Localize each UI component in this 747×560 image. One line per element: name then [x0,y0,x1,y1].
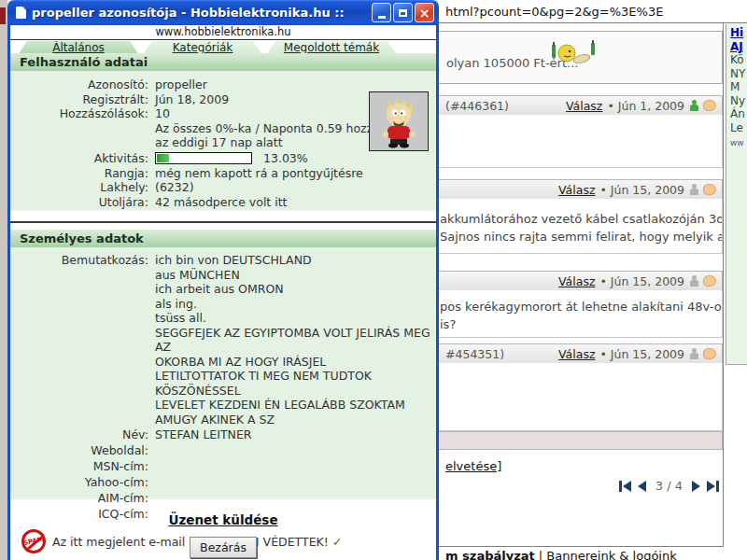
post-header: Válasz • Jún 15, 2009 [411,271,723,291]
post-body: pos kerékagymorort át lehetne alakítani … [411,290,723,338]
field-label: Yahoo-cím: [10,474,148,490]
thumbs-up-icon[interactable] [703,184,716,195]
sidebar-divider [726,364,747,365]
reply-link[interactable]: Válasz [558,183,595,197]
field-label: Regisztrált: [10,92,148,107]
maximize-button[interactable] [393,3,413,22]
sidebar-link[interactable]: AJ [730,40,747,54]
screen: html?pcount=0&pg=2&g=%3E%3E Hi AJ Kö NY … [0,0,747,560]
document-icon [16,7,26,19]
offline-user-icon [689,348,698,360]
field-value: még nem kapott rá a pontgyűjtésre [155,166,363,181]
footer-rules-link[interactable]: m szabályzat [445,549,535,560]
sidebar-nav: Hi AJ Kö NY M Ny Án Le ww [726,24,747,364]
highlight-bar [411,431,723,450]
sidebar-item[interactable]: Ny [730,94,747,108]
drunk-smiley-emoticon [550,39,599,67]
browser-chrome-divider [431,22,747,23]
left-edge-red-fragment [0,7,6,24]
pagination: 3 / 4 [579,479,719,493]
field-value: propeller [155,77,207,92]
post-header: (#446361) Válasz • Jún 1, 2009 [411,95,723,116]
address-bar-fragment: html?pcount=0&pg=2&g=%3E%3E [445,5,663,19]
sidebar-link[interactable]: Hi [730,26,747,40]
window-title: propeller azonosítója - Hobbielektronika… [32,6,345,20]
post-text-line: pos kerékagymorort át lehetne alakítani … [440,298,718,315]
post-header: Válasz • Jún 15, 2009 [411,179,723,200]
titlebar[interactable]: propeller azonosítója - Hobbielektronika… [7,0,439,25]
intro-text: ich bin von DEUTSCHLAND aus MÜNCHEN ich … [155,253,436,427]
prev-page-icon[interactable] [638,481,646,492]
page-footer: m szabályzat | Bannereink & logóink [445,549,677,560]
field-label: Utoljára: [10,195,148,210]
field-label: Hozzászólások: [10,106,148,121]
quote-snippet-box: olyan 105000 Ft-ért... [411,31,723,84]
page-indicator: 3 / 4 [655,479,683,493]
post-text-line: Sajnos nincs rajta semmi felirat, hogy m… [440,228,718,245]
thumbs-up-icon[interactable] [703,275,716,287]
activity-progress-bar [155,152,252,164]
field-label: MSN-cím: [10,458,148,474]
send-message-link[interactable]: Üzenet küldése [168,512,277,527]
content-right-border [723,23,724,546]
thumbs-up-icon[interactable] [703,100,716,111]
post-text-line: akkumlátorához vezető kábel csatlakozójá… [440,210,718,228]
field-value: 42 másodperce volt itt [155,195,288,210]
footer-banners-link[interactable]: | Bannereink & logóink [535,549,677,560]
post-text-line: is? [440,315,718,333]
section-title-personal-data: Személyes adatok [10,230,436,247]
section-user-data: Azonosító:propeller Regisztrált:Jún 18, … [10,71,436,211]
field-value: 10 [155,106,170,121]
activity-progress-fill [157,154,169,162]
avatar [369,91,429,151]
post-body [411,115,723,168]
section-personal-data: Bemutatkozás: ich bin von DEUTSCHLAND au… [10,247,436,499]
offline-user-icon [689,184,698,196]
field-label: Aktivitás: [10,151,148,165]
sidebar-item[interactable]: M [730,80,747,94]
field-label: Rangja: [10,166,148,181]
window-body: www.hobbielektronika.hu Általános Kategó… [7,25,439,560]
thumbs-up-icon[interactable] [703,348,716,359]
minimize-button[interactable] [372,3,391,22]
section-divider [10,221,436,223]
field-label: Lakhely: [10,180,148,195]
activity-percent: 13.03% [263,151,308,165]
post-body: akkumlátorához vezető kábel csatlakozójá… [411,199,723,254]
field-value: STEFAN LEITNER [155,427,252,442]
online-user-icon [689,100,698,112]
field-value: Jún 18, 2009 [155,92,229,107]
content-bottom-border [431,546,724,547]
sidebar-tiny-url: ww [730,138,747,147]
field-label: Weboldal: [10,442,148,458]
first-page-icon[interactable] [619,481,631,492]
field-label: Bemutatkozás: [10,253,148,427]
offline-user-icon [689,275,698,287]
reply-link[interactable]: Válasz [566,99,602,113]
reply-link[interactable]: Válasz [558,274,595,288]
reply-link[interactable]: Válasz [558,347,595,361]
left-edge-strip [0,0,7,560]
sidebar-item[interactable]: NY [730,67,747,81]
reject-link[interactable]: elvetése] [445,459,501,473]
section-title-user-data: Felhasználó adatai [10,53,436,71]
sidebar-item[interactable]: Le [730,121,747,135]
window-url-bar: www.hobbielektronika.hu [10,25,436,40]
field-label: Azonosító: [10,77,148,92]
post-body [411,363,723,431]
last-page-icon[interactable] [707,481,719,492]
bezaras-button[interactable]: Bezárás [190,537,257,558]
profile-popup-window: propeller azonosítója - Hobbielektronika… [7,0,439,560]
field-label: Név: [10,427,148,442]
field-value: (6232) [155,180,194,195]
sidebar-item[interactable]: Án [730,107,747,121]
field-label: AIM-cím: [10,490,148,506]
close-button[interactable]: × [415,3,434,22]
sidebar-item[interactable]: Kö [730,53,747,67]
post-header: #454351) Válasz • Jún 15, 2009 [411,343,723,364]
next-page-icon[interactable] [692,481,700,492]
